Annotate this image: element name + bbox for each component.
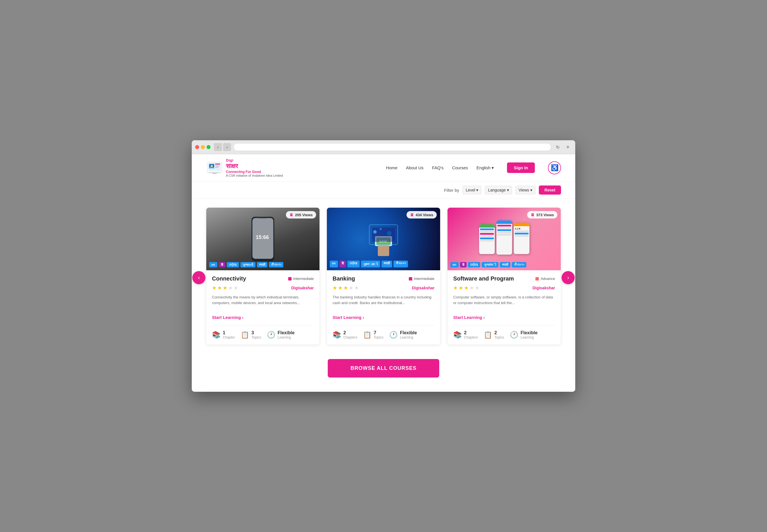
banking-lang-tags: en हि ଓଡ଼ିଆ ગુজरાตી मराठी తెలుగు <box>330 261 408 267</box>
banking-title: Banking <box>333 275 355 282</box>
connectivity-chapters-label: Chapter <box>223 335 235 339</box>
next-arrow-button[interactable]: › <box>562 271 575 284</box>
software-provider: Digisakshar <box>533 286 555 290</box>
banking-level-label: Intermediate <box>414 277 434 281</box>
mobile-screen-2 <box>496 220 512 255</box>
site-header: Digi साक्षर Connecting For Good A CSR in… <box>192 154 575 182</box>
software-chapters-icon: 📚 <box>453 331 462 339</box>
logo-subtitle: A CSR initiative of Vodafone Idea Limite… <box>226 174 283 177</box>
level-label: Level <box>466 188 475 192</box>
level-dot-icon <box>288 277 292 281</box>
sign-in-button[interactable]: Sign In <box>507 162 535 173</box>
nav-home[interactable]: Home <box>386 165 397 170</box>
banking-chapters-num: 2 <box>343 330 357 335</box>
language-filter[interactable]: Language ▾ <box>485 186 512 194</box>
software-flexible-item: 🕐 Flexible Learning <box>510 330 538 339</box>
software-start-learning[interactable]: Start Learning › <box>453 315 555 320</box>
filter-bar: Filter by Level ▾ Language ▾ Views ▾ Res… <box>192 182 575 199</box>
nav-faq[interactable]: FAQ's <box>432 165 444 170</box>
software-flexible-label: Learning <box>521 335 538 339</box>
phone-svg: 15:66 <box>250 216 276 262</box>
svg-point-24 <box>380 228 382 230</box>
banking-topics-num: 7 <box>374 330 383 335</box>
browse-all-button[interactable]: BROWSE ALL COURSES <box>328 359 439 378</box>
nav-courses[interactable]: Courses <box>452 165 468 170</box>
software-views: 373 Views <box>536 213 554 217</box>
level-filter[interactable]: Level ▾ <box>463 186 481 194</box>
minimize-dot[interactable] <box>201 145 205 149</box>
refresh-button[interactable]: ↻ <box>554 143 562 151</box>
banking-topics-label: Topics <box>374 335 383 339</box>
lang-gu-2: ગુজरાตી <box>361 261 380 267</box>
connectivity-flexible: Flexible <box>278 330 295 335</box>
star-1: ★ <box>212 285 217 291</box>
star-4: ★ <box>228 285 233 291</box>
address-bar[interactable] <box>233 143 551 151</box>
connectivity-start-learning[interactable]: Start Learning › <box>212 315 314 320</box>
software-title: Software and Program <box>453 275 514 282</box>
topics-icon: 📋 <box>241 331 249 339</box>
banking-rating-row: ★ ★ ★ ★ ★ Digisakshar <box>333 285 434 291</box>
connectivity-provider: Digisakshar <box>291 286 314 290</box>
banking-provider: Digisakshar <box>412 286 434 290</box>
banking-start-learning[interactable]: Start Learning › <box>333 315 434 320</box>
lang-en-2: en <box>330 261 338 267</box>
connectivity-description: Connectivity the means by which individu… <box>212 294 314 310</box>
banking-chapters-icon: 📚 <box>333 331 341 339</box>
banking-level: Intermediate <box>409 277 434 281</box>
language-filter-label: Language <box>488 188 506 192</box>
language-selector[interactable]: English ▾ <box>477 165 494 170</box>
banking-flexible: Flexible <box>400 330 417 335</box>
star-3-half: ★ <box>223 285 227 291</box>
nav-about[interactable]: About Us <box>406 165 424 170</box>
prev-arrow-button[interactable]: ‹ <box>192 271 205 284</box>
software-flexible-icon: 🕐 <box>510 331 518 339</box>
back-button[interactable]: ‹ <box>214 143 222 151</box>
banking-topics-item: 📋 7 Topics <box>363 330 383 339</box>
main-nav: Home About Us FAQ's Courses English ▾ Si… <box>386 161 561 174</box>
software-footer: 📚 2 Chapters 📋 2 Topics <box>453 330 555 339</box>
connectivity-level-label: Intermediate <box>293 277 314 281</box>
star-s3: ★ <box>464 285 469 291</box>
software-image: 4.2★ 🖥 373 Views <box>448 208 561 270</box>
connectivity-views-badge: 🖥 205 Views <box>286 211 316 218</box>
lang-gu: ગુજરાતી <box>240 262 255 267</box>
software-stars: ★ ★ ★ ★ ★ <box>453 285 479 291</box>
banking-flexible-item: 🕐 Flexible Learning <box>389 330 417 339</box>
new-tab-button[interactable]: + <box>564 143 572 151</box>
accessibility-icon: ♿ <box>551 164 558 172</box>
connectivity-flexible-label: Learning <box>278 335 295 339</box>
connectivity-rating-row: ★ ★ ★ ★ ★ Digisakshar <box>212 285 314 291</box>
software-level: Advance <box>535 277 555 281</box>
lang-mr-2: मराठी <box>382 261 392 267</box>
views-filter-label: Views <box>519 188 529 192</box>
view-icon-2: 🖥 <box>410 213 414 217</box>
lang-te-3: తెలుగు <box>512 262 526 267</box>
course-card-banking: BANK 🖥 <box>327 207 440 345</box>
svg-text:15:66: 15:66 <box>256 234 269 240</box>
svg-rect-6 <box>215 165 219 166</box>
reset-button[interactable]: Reset <box>539 185 561 195</box>
lang-hi: हि <box>219 262 225 267</box>
browser-nav: ‹ › <box>214 143 231 151</box>
software-level-label: Advance <box>541 277 555 281</box>
course-card-connectivity: 15:66 🖥 205 Views en हि ଓଡ଼ିଆ ગુજરાતી <box>206 207 320 345</box>
connectivity-title: Connectivity <box>212 275 246 282</box>
forward-button[interactable]: › <box>223 143 231 151</box>
lang-or-3: ଓଡ଼ିଆ <box>468 262 480 267</box>
banking-topics-icon: 📋 <box>363 331 372 339</box>
lang-hi-3: हि <box>460 262 467 267</box>
chapters-item: 📚 1 Chapter <box>212 330 235 339</box>
maximize-dot[interactable] <box>207 145 211 149</box>
close-dot[interactable] <box>195 145 199 149</box>
banking-flexible-label: Learning <box>400 335 417 339</box>
banking-chapters-item: 📚 2 Chapters <box>333 330 357 339</box>
lang-or-2: ଓଡ଼ିଆ <box>347 261 360 267</box>
accessibility-button[interactable]: ♿ <box>548 161 561 174</box>
views-filter[interactable]: Views ▾ <box>516 186 535 194</box>
software-divider <box>453 325 555 326</box>
banking-stars: ★ ★ ★ ★ ★ <box>333 285 359 291</box>
star-5: ★ <box>234 285 238 291</box>
star-b1: ★ <box>333 285 337 291</box>
chapters-icon: 📚 <box>212 331 220 339</box>
